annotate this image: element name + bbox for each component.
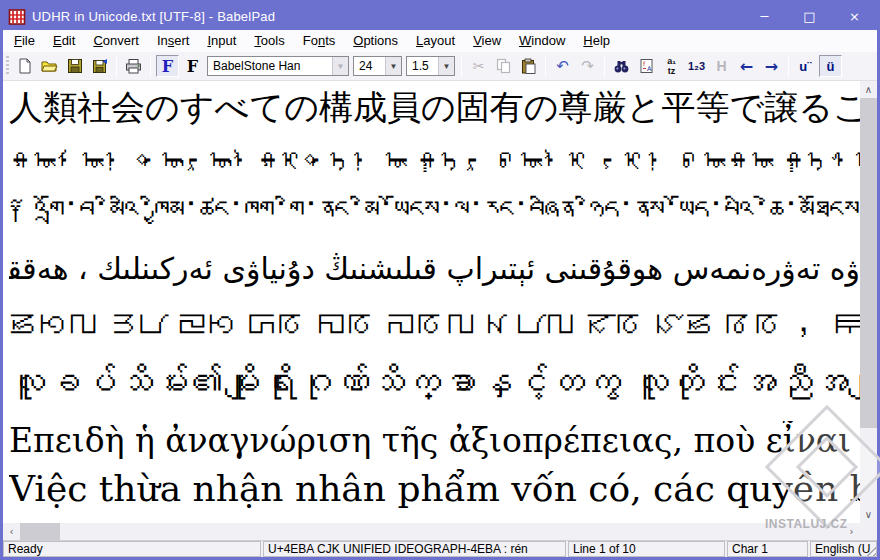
toolbar-separator bbox=[545, 56, 546, 77]
menu-window[interactable]: Window bbox=[510, 31, 574, 51]
scroll-right-button[interactable]: › bbox=[843, 523, 860, 540]
close-button[interactable]: × bbox=[832, 3, 877, 30]
text-line-mongolian[interactable]: ᠬᠦᠮᠦᠨ ᠲᠥᠷᠥᠯᠬᠢᠲᠡᠨ ᠦ ᠭᠡᠷ ᠪᠦᠯᠢ ᠶᠢᠨ ᠪᠦᠬᠦ ᠭᠡᠰ… bbox=[9, 147, 860, 194]
status-language: English (U bbox=[810, 541, 877, 557]
toolbar-grip[interactable] bbox=[6, 56, 9, 76]
scroll-left-button[interactable]: ‹ bbox=[3, 523, 20, 540]
redo-button[interactable]: ↷ bbox=[576, 55, 599, 77]
window-title: UDHR in Unicode.txt [UTF-8] - BabelPad bbox=[32, 9, 742, 24]
text-line-tibetan[interactable]: ༈ འགྲོ་བ་མིའི་ཁྱིམ་ཚང་ཁག་གི་ནང་མི་ཡོངས་ལ… bbox=[9, 194, 860, 251]
titlebar: UDHR in Unicode.txt [UTF-8] - BabelPad ─… bbox=[3, 3, 877, 30]
maximize-button[interactable]: □ bbox=[787, 3, 832, 30]
editor-text: 人類社会のすべての構成員の固有の尊厳と平等で譲ることのᠬᠦᠮᠦᠨ ᠲᠥᠷᠥᠯᠬᠢ… bbox=[9, 85, 860, 523]
save-as-button[interactable] bbox=[88, 55, 111, 77]
cut-button[interactable]: ✂ bbox=[467, 55, 490, 77]
text-line-myanmar[interactable]: လူခပ်သိမ်း၏မျိုးရိုးဂုဏ်သိက္ခာနှင့်တကွ လ… bbox=[9, 362, 860, 421]
statusbar: Ready U+4EBA CJK UNIFIED IDEOGRAPH-4EBA … bbox=[3, 540, 877, 557]
svg-text:A: A bbox=[647, 65, 652, 73]
save-icon bbox=[67, 58, 83, 74]
line-spacing-value: 1.5 bbox=[407, 59, 438, 73]
menu-file[interactable]: File bbox=[5, 31, 44, 51]
menu-options[interactable]: Options bbox=[344, 31, 407, 51]
hex-toggle-button[interactable]: H bbox=[710, 55, 733, 77]
scroll-down-button[interactable]: ∨ bbox=[860, 506, 877, 523]
scrollbar-corner bbox=[860, 523, 877, 540]
text-line-vietnamese[interactable]: Việc thừa nhận nhân phẩm vốn có, các quy… bbox=[9, 468, 860, 523]
new-document-icon bbox=[17, 58, 33, 74]
status-char-position: Char 1 bbox=[727, 541, 808, 557]
text-editor-area[interactable]: 人類社会のすべての構成員の固有の尊厳と平等で譲ることのᠬᠦᠮᠦᠨ ᠲᠥᠷᠥᠯᠬᠢ… bbox=[3, 81, 860, 523]
toolbar-separator bbox=[150, 56, 151, 77]
menu-layout[interactable]: Layout bbox=[407, 31, 464, 51]
vertical-scrollbar-thumb[interactable] bbox=[860, 98, 877, 428]
line-spacing-combobox[interactable]: 1.5 ▼ bbox=[406, 56, 455, 76]
babelpad-window: UDHR in Unicode.txt [UTF-8] - BabelPad ─… bbox=[0, 0, 880, 560]
copy-button[interactable] bbox=[492, 55, 515, 77]
open-file-button[interactable] bbox=[38, 55, 61, 77]
paste-icon bbox=[521, 58, 536, 74]
horizontal-scrollbar[interactable]: ‹ › bbox=[3, 523, 877, 540]
horizontal-scrollbar-thumb[interactable] bbox=[20, 523, 60, 540]
menu-insert[interactable]: Insert bbox=[148, 31, 199, 51]
menu-fonts[interactable]: Fonts bbox=[294, 31, 345, 51]
status-line-info: Line 1 of 10 bbox=[568, 541, 725, 557]
menubar: FileEditConvertInsertInputToolsFontsOpti… bbox=[3, 30, 877, 52]
chevron-down-icon[interactable]: ▼ bbox=[438, 57, 454, 75]
toolbar-separator bbox=[116, 56, 117, 77]
menu-view[interactable]: View bbox=[464, 31, 510, 51]
chevron-down-icon[interactable]: ▼ bbox=[332, 57, 348, 75]
toolbar-separator bbox=[461, 56, 462, 77]
next-character-button[interactable]: → bbox=[760, 55, 783, 77]
digit-convert-button[interactable]: 1₂3 bbox=[685, 55, 708, 77]
text-line-japanese[interactable]: 人類社会のすべての構成員の固有の尊厳と平等で譲ることの bbox=[9, 85, 860, 147]
toolbar-separator bbox=[788, 56, 789, 77]
text-line-uyghur[interactable]: ۋە تەۋرەنمەس ھوقۇقىنى ئېتىراپ قىلىشنىڭ د… bbox=[9, 251, 860, 307]
status-character-info: U+4EBA CJK UNIFIED IDEOGRAPH-4EBA : rén bbox=[263, 541, 566, 557]
chevron-down-icon[interactable]: ▼ bbox=[385, 57, 401, 75]
toolbar: F F BabelStone Han ▼ 24 ▼ 1.5 ▼ ✂ bbox=[3, 52, 877, 81]
new-document-button[interactable] bbox=[13, 55, 36, 77]
status-ready: Ready bbox=[3, 541, 261, 557]
menu-input[interactable]: Input bbox=[198, 31, 245, 51]
case-convert-icon: a₁tz bbox=[667, 56, 676, 76]
vertical-scrollbar[interactable]: ∧ ∨ bbox=[860, 81, 877, 523]
decompose-button[interactable]: u¨ bbox=[794, 55, 817, 77]
save-as-icon bbox=[92, 58, 108, 74]
babelpad-logo-icon bbox=[8, 8, 26, 26]
text-line-greek[interactable]: Επειδὴ ἡ ἀναγνώριση τῆς ἀξιοπρέπειας, πο… bbox=[9, 421, 860, 468]
vertical-scrollbar-track[interactable] bbox=[860, 428, 877, 506]
case-convert-button[interactable]: a₁tz bbox=[660, 55, 683, 77]
print-icon bbox=[125, 58, 142, 74]
font-name-value: BabelStone Han bbox=[208, 59, 332, 73]
open-file-icon bbox=[41, 58, 58, 74]
status-language-text: English (U bbox=[815, 542, 870, 556]
previous-character-button[interactable]: ← bbox=[735, 55, 758, 77]
print-button[interactable] bbox=[122, 55, 145, 77]
font-size-value: 24 bbox=[354, 59, 385, 73]
undo-button[interactable]: ↶ bbox=[551, 55, 574, 77]
character-map-button[interactable]: f A bbox=[635, 55, 658, 77]
copy-icon bbox=[496, 58, 511, 74]
primary-font-toggle[interactable]: F bbox=[156, 55, 179, 77]
menu-edit[interactable]: Edit bbox=[44, 31, 84, 51]
character-map-icon: f A bbox=[639, 58, 655, 74]
secondary-font-toggle[interactable]: F bbox=[181, 55, 204, 77]
menu-tools[interactable]: Tools bbox=[245, 31, 293, 51]
horizontal-scrollbar-track[interactable] bbox=[60, 523, 843, 540]
find-icon bbox=[613, 59, 630, 74]
toolbar-separator bbox=[604, 56, 605, 77]
menu-help[interactable]: Help bbox=[574, 31, 619, 51]
minimize-button[interactable]: ─ bbox=[742, 3, 787, 30]
save-button[interactable] bbox=[63, 55, 86, 77]
menu-convert[interactable]: Convert bbox=[84, 31, 148, 51]
font-size-combobox[interactable]: 24 ▼ bbox=[353, 56, 402, 76]
scroll-up-button[interactable]: ∧ bbox=[860, 81, 877, 98]
paste-button[interactable] bbox=[517, 55, 540, 77]
find-button[interactable] bbox=[610, 55, 633, 77]
font-name-combobox[interactable]: BabelStone Han ▼ bbox=[207, 56, 349, 76]
compose-toggle-button[interactable]: ü bbox=[819, 55, 842, 77]
text-line-phags-pa[interactable]: ꡝꡟꡃ ꡗꡦ ꡙꡟ ꡚꡞ ꡎꡞ ꡌꡞꡃ ꡊꡦꡃ ꡛꡞ ꡜꡝ ꡋꡞ ， ꡀꡟ ꡂꡞ… bbox=[9, 307, 860, 362]
